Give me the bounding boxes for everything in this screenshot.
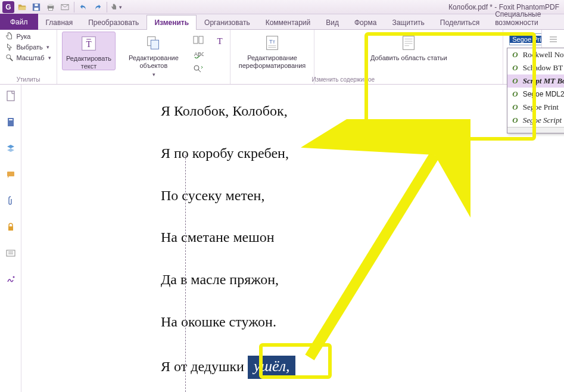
font-option[interactable]: OSchadow BT <box>507 61 564 74</box>
font-option[interactable]: OSegoe Print <box>507 101 564 114</box>
para-icon[interactable] <box>547 33 560 45</box>
layers-panel-icon[interactable] <box>4 142 17 155</box>
window-title: Колобок.pdf * - Foxit PhantomPDF <box>448 0 564 14</box>
text-frame-edge <box>185 155 186 392</box>
svg-rect-5 <box>49 8 53 10</box>
nav-sidebar <box>0 85 21 392</box>
svg-text:Tт: Tт <box>269 39 276 45</box>
svg-rect-35 <box>7 91 14 101</box>
svg-line-18 <box>198 70 201 72</box>
svg-rect-24 <box>403 36 415 50</box>
email-icon[interactable] <box>58 1 71 13</box>
svg-point-7 <box>7 55 11 59</box>
signatures-panel-icon[interactable] <box>4 273 17 286</box>
workspace: KONEKTO.RU Я Колобок, Колобок, Я по коро… <box>0 85 564 392</box>
security-panel-icon[interactable] <box>4 220 17 234</box>
font-dropdown-list[interactable]: ORockwell Nova LightOSchadow BTOScript M… <box>507 48 564 133</box>
tab-home[interactable]: Главная <box>38 15 81 30</box>
join-text-icon[interactable] <box>192 34 205 46</box>
svg-rect-13 <box>151 40 158 49</box>
pages-panel-icon[interactable] <box>4 89 17 102</box>
text-line[interactable]: Да в масле пряжон, <box>161 271 564 288</box>
ribbon-tabs: Файл Главная Преобразовать Изменить Орга… <box>0 14 564 30</box>
tab-organize[interactable]: Организовать <box>197 15 258 30</box>
add-text-icon[interactable]: T <box>213 35 226 47</box>
reflow-edit-button[interactable]: Tт Редактирование переформатирования <box>235 32 309 69</box>
font-option[interactable]: OScript MT Bold <box>507 74 564 88</box>
edit-objects-label: Редактирование объектов <box>129 54 179 69</box>
ribbon: Рука Выбрать▾ Масштаб▾ Утилиты T Редакти… <box>0 30 564 85</box>
redo-icon[interactable] <box>91 1 104 13</box>
page-area[interactable]: KONEKTO.RU Я Колобок, Колобок, Я по коро… <box>21 85 564 392</box>
text-line[interactable]: По сусеку метен, <box>161 187 564 204</box>
svg-rect-2 <box>35 4 38 6</box>
group-edit-objects: Редактирование объектов ▾ <box>120 30 187 84</box>
svg-rect-39 <box>8 226 13 231</box>
undo-icon[interactable] <box>77 1 90 13</box>
edit-text-label: Редактировать текст <box>66 55 111 70</box>
svg-rect-15 <box>199 36 203 43</box>
tab-protect[interactable]: Защитить <box>384 15 432 30</box>
bookmarks-panel-icon[interactable] <box>4 116 17 129</box>
hand-label: Рука <box>16 33 30 40</box>
reflow-label: Редактирование переформатирования <box>239 54 306 69</box>
tab-convert[interactable]: Преобразовать <box>80 15 147 30</box>
svg-rect-38 <box>7 172 14 176</box>
group-label-utilities: Утилиты <box>17 76 40 83</box>
font-option[interactable]: OSegoe Script <box>507 114 564 127</box>
edit-objects-button[interactable]: Редактирование объектов ▾ <box>125 32 182 77</box>
app-logo: G <box>2 1 14 13</box>
add-article-label: Добавить область статьи <box>370 54 447 62</box>
group-utilities: Рука Выбрать▾ Масштаб▾ Утилиты <box>0 30 57 84</box>
select-label: Выбрать <box>16 43 42 51</box>
resize-grip[interactable]: • <box>507 127 564 133</box>
group-add-article: Добавить область статьи Изменить содержи… <box>314 30 503 84</box>
select-tool[interactable]: Выбрать▾ <box>4 42 52 52</box>
add-article-button[interactable]: Добавить область статьи <box>367 32 451 62</box>
svg-rect-14 <box>194 36 198 43</box>
group-small-tools: ABC <box>187 30 210 84</box>
document-content[interactable]: Я Колобок, Колобок, Я по коробу скребен,… <box>25 88 564 379</box>
svg-text:T: T <box>86 39 91 49</box>
spellcheck-icon[interactable]: ABC <box>192 48 205 60</box>
edit-text-button[interactable]: T Редактировать текст <box>62 32 116 70</box>
selected-text[interactable]: ушёл, <box>248 356 296 379</box>
zoom-label: Масштаб <box>16 54 44 61</box>
fields-panel-icon[interactable] <box>4 247 17 260</box>
group-label-content: Изменить содержимое <box>254 76 432 83</box>
tab-form[interactable]: Форма <box>347 15 384 30</box>
text-line-with-selection[interactable]: Я от дедушки ушёл, <box>161 356 564 379</box>
comments-panel-icon[interactable] <box>4 168 17 181</box>
tab-comment[interactable]: Комментарий <box>258 15 319 30</box>
font-option[interactable]: ORockwell Nova Light <box>507 48 564 61</box>
svg-rect-4 <box>49 4 53 6</box>
svg-text:T: T <box>217 36 222 46</box>
text-line[interactable]: На сметане мешон <box>161 229 564 246</box>
text-line[interactable]: Я по коробу скребен, <box>161 145 564 162</box>
text-prefix: Я от дедушки <box>161 359 248 374</box>
tab-share[interactable]: Поделиться <box>432 15 487 30</box>
group-add-text: T <box>210 30 230 84</box>
font-option[interactable]: OSegoe MDL2 Assets <box>507 88 564 101</box>
attachments-panel-icon[interactable] <box>4 194 17 207</box>
svg-line-8 <box>10 58 13 61</box>
svg-point-17 <box>194 66 199 70</box>
save-icon[interactable] <box>30 1 43 13</box>
zoom-tool[interactable]: Масштаб▾ <box>4 53 52 63</box>
group-edit-text: T Редактировать текст <box>57 30 120 84</box>
open-icon[interactable] <box>15 1 29 13</box>
tab-edit[interactable]: Изменить <box>147 15 197 30</box>
text-line[interactable]: Я Колобок, Колобок, <box>161 102 564 120</box>
hand-tool[interactable]: Рука <box>4 32 52 41</box>
page: KONEKTO.RU Я Колобок, Колобок, Я по коро… <box>25 88 564 392</box>
tab-file[interactable]: Файл <box>0 14 38 30</box>
svg-rect-40 <box>7 250 15 256</box>
print-icon[interactable] <box>44 1 57 13</box>
svg-rect-1 <box>35 7 39 10</box>
text-line[interactable]: На окошке стужон. <box>161 313 564 331</box>
svg-point-43 <box>13 276 14 278</box>
tab-view[interactable]: Вид <box>318 15 347 30</box>
hand-dropdown-icon[interactable]: ▾ <box>110 1 123 13</box>
find-replace-icon[interactable] <box>192 63 205 74</box>
separator <box>74 2 74 13</box>
